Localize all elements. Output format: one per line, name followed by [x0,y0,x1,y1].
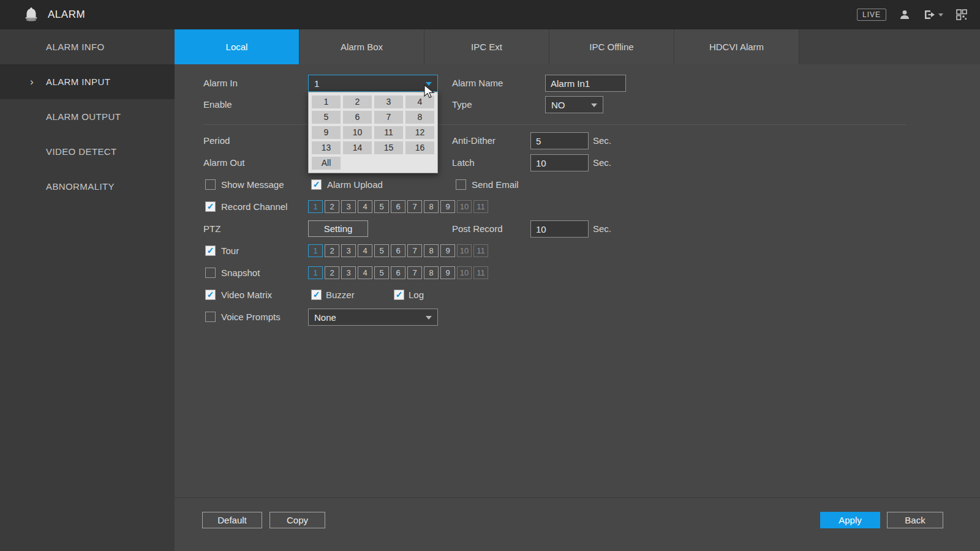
type-value: NO [551,100,565,110]
show-message-checkbox[interactable] [205,179,216,190]
sidebar-item-video-detect[interactable]: VIDEO DETECT [0,134,175,169]
chevron-down-icon [591,103,597,107]
channel-button-10: 10 [457,200,472,213]
alarm-in-option-1[interactable]: 1 [312,96,341,108]
channel-button-8[interactable]: 8 [424,200,439,213]
tab-alarm-box[interactable]: Alarm Box [300,29,424,64]
alarm-in-option-15[interactable]: 15 [374,141,403,154]
voice-prompts-checkbox[interactable] [205,312,216,322]
sidebar-item-abnormality[interactable]: ABNORMALITY [0,169,175,204]
chevron-down-icon [426,316,432,320]
alarm-in-option-12[interactable]: 12 [405,126,434,139]
sidebar-item-alarm-info[interactable]: ALARM INFO [0,29,175,64]
alarm-name-label: Alarm Name [452,75,503,92]
tab-local[interactable]: Local [175,29,300,64]
alarm-in-option-10[interactable]: 10 [343,126,372,139]
alarm-in-option-5[interactable]: 5 [312,111,341,124]
alarm-in-option-11[interactable]: 11 [374,126,403,139]
channel-button-1[interactable]: 1 [308,244,323,257]
alarm-in-option-8[interactable]: 8 [405,111,434,124]
sidebar-item-label: ALARM INFO [46,42,105,52]
tab-hdcvi-alarm[interactable]: HDCVI Alarm [674,29,799,64]
channel-button-2[interactable]: 2 [325,244,339,257]
record-channel-checkbox[interactable] [205,201,216,212]
buzzer-checkbox[interactable] [311,290,322,300]
tab-ipc-offline[interactable]: IPC Offline [549,29,674,64]
tab-ipc-ext[interactable]: IPC Ext [424,29,549,64]
channel-button-3[interactable]: 3 [341,266,356,279]
logout-button[interactable] [923,9,943,20]
channel-button-9[interactable]: 9 [440,200,455,213]
channel-button-3[interactable]: 3 [341,200,356,213]
channel-button-2[interactable]: 2 [325,200,339,213]
alarm-in-option-16[interactable]: 16 [405,141,434,154]
footer-divider [175,497,980,498]
log-checkbox[interactable] [394,290,404,300]
channel-button-4[interactable]: 4 [358,244,372,257]
voice-prompts-select[interactable]: None [308,309,438,326]
alarm-in-option-4[interactable]: 4 [405,96,434,108]
channel-button-1[interactable]: 1 [308,266,323,279]
record-channel-list: 1234567891011 [308,200,488,213]
channel-button-9[interactable]: 9 [440,244,455,257]
qr-code-button[interactable] [956,9,968,21]
buzzer-label: Buzzer [326,287,355,304]
user-button[interactable] [899,9,911,21]
channel-button-1[interactable]: 1 [308,200,323,213]
sidebar-item-alarm-input[interactable]: ALARM INPUT [0,64,175,99]
channel-button-5[interactable]: 5 [374,244,389,257]
channel-button-9[interactable]: 9 [440,266,455,279]
channel-button-4[interactable]: 4 [358,200,372,213]
voice-prompts-label: Voice Prompts [221,309,281,326]
channel-button-6[interactable]: 6 [391,200,405,213]
ptz-setting-button[interactable]: Setting [308,220,368,237]
snapshot-checkbox[interactable] [205,268,216,278]
sidebar-item-alarm-output[interactable]: ALARM OUTPUT [0,99,175,134]
alarm-upload-checkbox[interactable] [311,179,322,190]
alarm-in-option-3[interactable]: 3 [374,96,403,108]
apply-button[interactable]: Apply [820,512,880,528]
snapshot-label: Snapshot [221,264,260,282]
alarm-in-label: Alarm In [203,75,238,92]
latch-input[interactable] [530,154,589,171]
sidebar: ALARM INFO ALARM INPUT ALARM OUTPUT VIDE… [0,29,175,551]
anti-dither-input[interactable] [530,132,589,149]
channel-button-8[interactable]: 8 [424,266,439,279]
channel-button-6[interactable]: 6 [391,244,405,257]
channel-button-6[interactable]: 6 [391,266,405,279]
send-email-checkbox[interactable] [456,179,466,190]
user-icon [899,9,911,21]
channel-button-5[interactable]: 5 [374,200,389,213]
alarm-in-option-2[interactable]: 2 [343,96,372,108]
channel-button-8[interactable]: 8 [424,244,439,257]
copy-button[interactable]: Copy [270,512,325,528]
alarm-in-option-all[interactable]: All [312,157,341,170]
alarm-in-option-9[interactable]: 9 [312,126,341,139]
alarm-in-dropdown: 12345678910111213141516All [308,92,438,173]
channel-button-7[interactable]: 7 [407,200,422,213]
tour-checkbox[interactable] [205,246,216,256]
channel-button-7[interactable]: 7 [407,244,422,257]
back-button[interactable]: Back [887,512,943,528]
channel-button-5[interactable]: 5 [374,266,389,279]
alarm-in-option-14[interactable]: 14 [343,141,372,154]
alarm-in-option-6[interactable]: 6 [343,111,372,124]
alarm-in-option-7[interactable]: 7 [374,111,403,124]
alarm-name-input[interactable] [545,75,626,92]
record-channel-label: Record Channel [221,198,287,216]
chevron-down-icon [426,82,432,86]
default-button[interactable]: Default [202,512,262,528]
channel-button-2[interactable]: 2 [325,266,339,279]
post-record-input[interactable] [530,220,589,238]
alarm-in-option-13[interactable]: 13 [312,141,341,154]
channel-button-4[interactable]: 4 [358,266,372,279]
channel-button-3[interactable]: 3 [341,244,356,257]
type-select[interactable]: NO [545,96,603,113]
channel-button-10: 10 [457,244,472,257]
post-record-label: Post Record [452,220,503,238]
live-button[interactable]: LIVE [857,9,886,21]
channel-button-7[interactable]: 7 [407,266,422,279]
alarm-in-select[interactable]: 1 [308,75,438,92]
video-matrix-checkbox[interactable] [205,290,216,300]
ptz-label: PTZ [203,220,221,238]
